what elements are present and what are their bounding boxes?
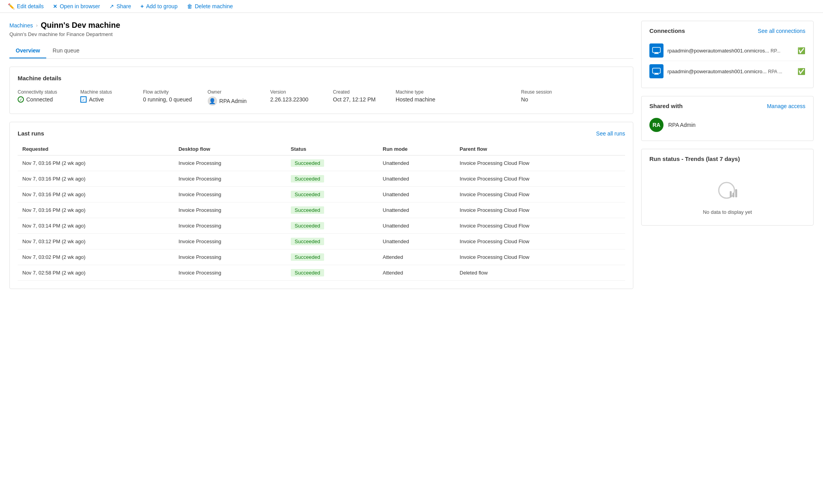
cell-desktop-flow: Invoice Processing [174, 234, 286, 249]
reuse-session-label: Reuse session [521, 89, 568, 95]
connection-text: rpaadmin@powerautomatesh001.onmicros... … [667, 48, 794, 54]
cell-desktop-flow: Invoice Processing [174, 171, 286, 187]
svg-rect-2 [654, 53, 659, 54]
cell-requested: Nov 7, 03:16 PM (2 wk ago) [18, 202, 174, 218]
owner-avatar: 👤 [208, 96, 217, 106]
created-value: Oct 27, 12:12 PM [333, 96, 380, 103]
connection-item: rpaadmin@powerautomatesh001.onmicros... … [649, 40, 805, 61]
machine-details-card: Machine details Connectivity status ✓ Co… [9, 67, 633, 114]
cell-run-mode: Unattended [378, 234, 455, 249]
col-desktop-flow: Desktop flow [174, 143, 286, 155]
cell-desktop-flow: Invoice Processing [174, 249, 286, 265]
edit-details-button[interactable]: ✏️ Edit details [8, 3, 44, 9]
trends-empty-icon [716, 180, 739, 205]
open-browser-button[interactable]: ✕ Open in browser [53, 3, 100, 9]
reuse-session-value: No [521, 96, 568, 103]
delete-machine-label: Delete machine [195, 3, 233, 9]
cell-run-mode: Unattended [378, 171, 455, 187]
trends-empty-message: No data to display yet [703, 209, 752, 215]
cell-status: Succeeded [286, 155, 378, 171]
share-button[interactable]: ↗ Share [109, 3, 131, 9]
connection-status-icon: ✅ [798, 68, 805, 75]
last-runs-title: Last runs [18, 130, 44, 137]
shared-users-list: RA RPA Admin [649, 116, 805, 134]
see-all-runs-link[interactable]: See all runs [596, 130, 625, 137]
table-row: Nov 7, 03:16 PM (2 wk ago) Invoice Proce… [18, 202, 625, 218]
machine-type-field: Machine type Hosted machine [396, 89, 443, 106]
reuse-session-field: Reuse session No [521, 89, 568, 106]
tab-run-queue[interactable]: Run queue [46, 43, 86, 58]
run-status-card: Run status - Trends (last 7 days) No dat… [641, 149, 814, 226]
trends-empty-state: No data to display yet [649, 168, 805, 219]
see-all-connections-link[interactable]: See all connections [758, 28, 805, 34]
cell-requested: Nov 7, 03:12 PM (2 wk ago) [18, 234, 174, 249]
cell-status: Succeeded [286, 234, 378, 249]
edit-icon: ✏️ [8, 3, 15, 9]
version-label: Version [270, 89, 317, 95]
cell-status: Succeeded [286, 265, 378, 281]
svg-rect-9 [735, 189, 737, 197]
connection-email: rpaadmin@powerautomatesh001.onmicro... R… [667, 69, 794, 74]
cell-status: Succeeded [286, 218, 378, 234]
table-row: Nov 7, 03:16 PM (2 wk ago) Invoice Proce… [18, 171, 625, 187]
add-icon: + [141, 3, 144, 9]
connected-icon: ✓ [18, 96, 24, 103]
svg-rect-3 [653, 68, 660, 73]
cell-status: Succeeded [286, 249, 378, 265]
connection-icon [649, 64, 663, 78]
breadcrumb-separator: › [36, 23, 38, 28]
cell-parent-flow: Invoice Processing Cloud Flow [455, 155, 625, 171]
cell-run-mode: Unattended [378, 218, 455, 234]
cell-parent-flow: Invoice Processing Cloud Flow [455, 249, 625, 265]
col-parent-flow: Parent flow [455, 143, 625, 155]
flow-activity-label: Flow activity [143, 89, 192, 95]
connections-card: Connections See all connections rpaadmin… [641, 21, 814, 88]
table-row: Nov 7, 03:12 PM (2 wk ago) Invoice Proce… [18, 234, 625, 249]
machine-status-label: Machine status [80, 89, 127, 95]
cell-parent-flow: Invoice Processing Cloud Flow [455, 187, 625, 202]
delete-icon: 🗑 [187, 3, 192, 9]
owner-value: 👤 RPA Admin [208, 96, 255, 106]
connection-text: rpaadmin@powerautomatesh001.onmicro... R… [667, 69, 794, 74]
cell-run-mode: Attended [378, 249, 455, 265]
main-content: Machines › Quinn's Dev machine Quinn's D… [0, 13, 823, 305]
cell-run-mode: Unattended [378, 187, 455, 202]
table-row: Nov 7, 02:58 PM (2 wk ago) Invoice Proce… [18, 265, 625, 281]
connection-status-icon: ✅ [798, 47, 805, 54]
add-to-group-button[interactable]: + Add to group [141, 3, 178, 9]
share-icon: ↗ [109, 3, 114, 9]
cell-requested: Nov 7, 03:14 PM (2 wk ago) [18, 218, 174, 234]
col-run-mode: Run mode [378, 143, 455, 155]
col-status: Status [286, 143, 378, 155]
breadcrumb-parent-link[interactable]: Machines [9, 22, 33, 29]
col-requested: Requested [18, 143, 174, 155]
cell-parent-flow: Invoice Processing Cloud Flow [455, 234, 625, 249]
machine-type-label: Machine type [396, 89, 443, 95]
cell-parent-flow: Invoice Processing Cloud Flow [455, 218, 625, 234]
cell-desktop-flow: Invoice Processing [174, 265, 286, 281]
svg-point-6 [719, 182, 734, 198]
version-value: 2.26.123.22300 [270, 96, 317, 103]
share-label: Share [116, 3, 131, 9]
add-to-group-label: Add to group [146, 3, 178, 9]
tab-overview[interactable]: Overview [9, 43, 46, 58]
delete-machine-button[interactable]: 🗑 Delete machine [187, 3, 233, 9]
machine-status-field: Machine status ✓ Active [80, 89, 127, 106]
table-row: Nov 7, 03:16 PM (2 wk ago) Invoice Proce… [18, 187, 625, 202]
breadcrumb-current: Quinn's Dev machine [41, 21, 120, 30]
cell-requested: Nov 7, 02:58 PM (2 wk ago) [18, 265, 174, 281]
cell-parent-flow: Invoice Processing Cloud Flow [455, 171, 625, 187]
cell-status: Succeeded [286, 187, 378, 202]
connection-item: rpaadmin@powerautomatesh001.onmicro... R… [649, 61, 805, 81]
cell-desktop-flow: Invoice Processing [174, 187, 286, 202]
connections-header: Connections See all connections [649, 27, 805, 34]
connections-title: Connections [649, 27, 685, 34]
cell-requested: Nov 7, 03:16 PM (2 wk ago) [18, 171, 174, 187]
machine-type-value: Hosted machine [396, 96, 443, 103]
machine-status-value: ✓ Active [80, 96, 127, 103]
manage-access-link[interactable]: Manage access [767, 103, 805, 109]
flow-activity-field: Flow activity 0 running, 0 queued [143, 89, 192, 106]
toolbar: ✏️ Edit details ✕ Open in browser ↗ Shar… [0, 0, 823, 13]
open-browser-label: Open in browser [60, 3, 100, 9]
table-row: Nov 7, 03:14 PM (2 wk ago) Invoice Proce… [18, 218, 625, 234]
